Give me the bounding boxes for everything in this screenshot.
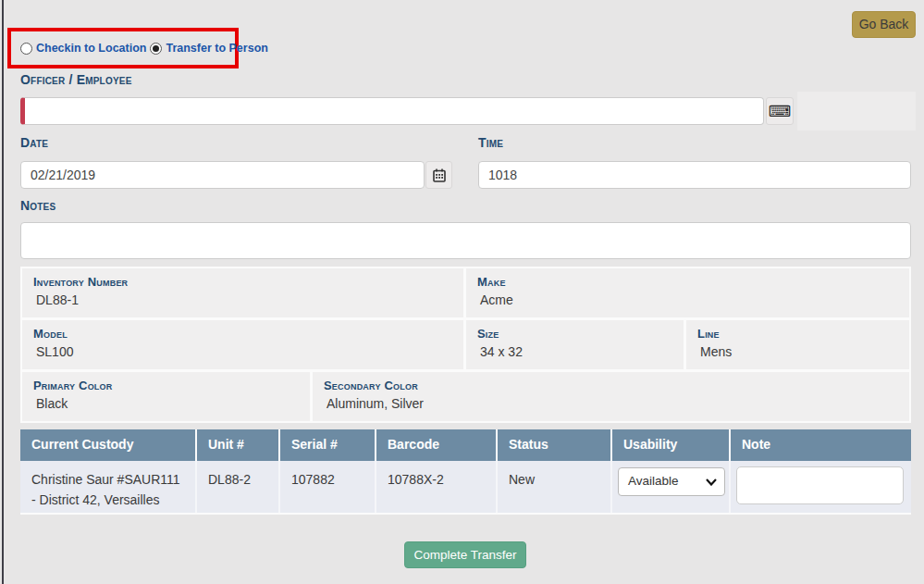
radio-label: Transfer to Person — [166, 42, 267, 55]
time-label: Time — [478, 135, 503, 150]
officer-employee-input[interactable] — [20, 97, 764, 125]
item-details-grid: Inventory Number DL88-1 Make Acme Model … — [20, 267, 911, 423]
note-cell — [731, 461, 911, 513]
complete-transfer-button[interactable]: Complete Transfer — [404, 541, 526, 568]
size-label: Size — [477, 327, 684, 341]
table-row: Christine Saur #SAUR111 - District 42, V… — [20, 461, 911, 515]
calendar-button[interactable] — [425, 161, 452, 189]
secondary-color-label: Secondary Color — [324, 379, 909, 392]
window-left-border — [2, 0, 4, 584]
header-current-custody: Current Custody — [20, 429, 197, 461]
keyboard-button[interactable]: ⌨ — [766, 97, 794, 125]
side-panel — [797, 92, 916, 130]
size-value: 34 x 32 — [477, 341, 684, 359]
usability-select[interactable]: Available — [618, 467, 725, 496]
radio-label: Checkin to Location — [36, 42, 146, 55]
model-label: Model — [33, 327, 463, 341]
inventory-number-label: Inventory Number — [33, 275, 463, 289]
keyboard-icon: ⌨ — [769, 104, 792, 119]
primary-color-label: Primary Color — [33, 379, 310, 392]
chevron-down-icon — [706, 478, 717, 486]
officer-employee-label: Officer / Employee — [20, 72, 132, 87]
usability-cell: Available — [612, 461, 731, 513]
notes-label: Notes — [20, 198, 55, 213]
header-barcode: Barcode — [376, 429, 498, 461]
secondary-color-value: Aluminum, Silver — [324, 392, 909, 411]
custody-table: Current Custody Unit # Serial # Barcode … — [20, 429, 911, 515]
serial-cell: 107882 — [280, 461, 376, 513]
barcode-cell: 10788X-2 — [376, 461, 498, 513]
time-input[interactable] — [478, 161, 911, 189]
header-usability: Usability — [612, 429, 731, 461]
model-cell: Model SL100 — [22, 320, 463, 369]
make-cell: Make Acme — [466, 268, 909, 317]
radio-icon[interactable] — [150, 43, 162, 55]
custody-table-header: Current Custody Unit # Serial # Barcode … — [20, 429, 911, 461]
header-serial: Serial # — [280, 429, 376, 461]
radio-icon[interactable] — [20, 43, 32, 55]
line-cell: Line Mens — [686, 320, 909, 369]
header-unit: Unit # — [197, 429, 280, 461]
status-cell: New — [498, 461, 612, 513]
notes-textarea[interactable] — [20, 222, 911, 259]
note-input[interactable] — [736, 466, 904, 504]
make-value: Acme — [477, 289, 909, 307]
date-label: Date — [20, 135, 48, 150]
line-value: Mens — [697, 341, 909, 359]
inventory-number-cell: Inventory Number DL88-1 — [22, 268, 463, 317]
primary-color-value: Black — [33, 392, 310, 411]
unit-cell: DL88-2 — [197, 461, 280, 513]
go-back-button[interactable]: Go Back — [852, 11, 916, 38]
model-value: SL100 — [33, 341, 463, 359]
date-input[interactable] — [20, 161, 425, 189]
secondary-color-cell: Secondary Color Aluminum, Silver — [313, 372, 909, 421]
header-note: Note — [731, 429, 911, 461]
calendar-icon — [433, 168, 446, 182]
radio-checkin-to-location[interactable]: Checkin to Location — [20, 42, 146, 55]
inventory-number-value: DL88-1 — [33, 289, 463, 307]
make-label: Make — [477, 275, 909, 289]
line-label: Line — [697, 327, 909, 341]
header-status: Status — [498, 429, 612, 461]
primary-color-cell: Primary Color Black — [22, 372, 310, 421]
usability-selected-value: Available — [628, 472, 679, 491]
current-custody-cell: Christine Saur #SAUR111 - District 42, V… — [20, 461, 197, 513]
radio-transfer-to-person[interactable]: Transfer to Person — [150, 42, 267, 55]
size-cell: Size 34 x 32 — [466, 320, 684, 369]
transfer-type-group: Checkin to Location Transfer to Person — [7, 28, 239, 68]
